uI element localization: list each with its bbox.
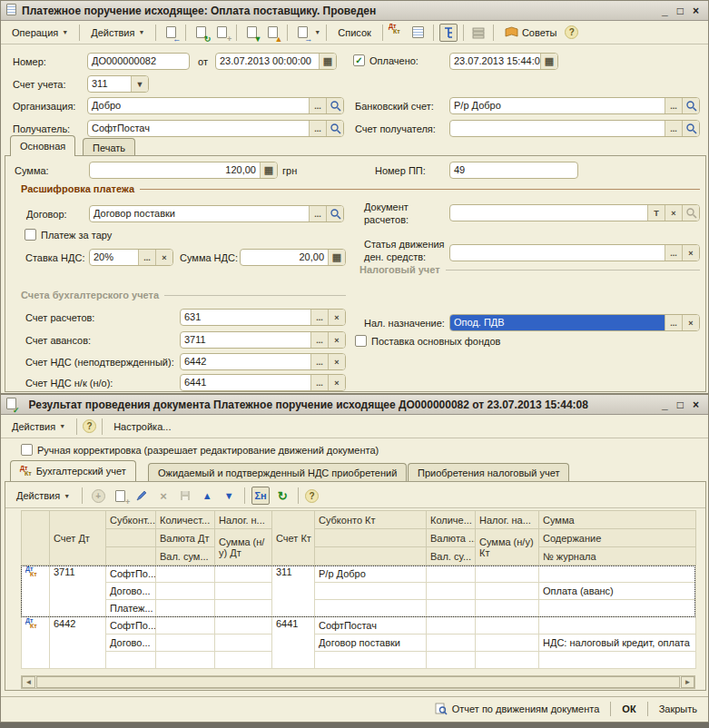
document-in-icon[interactable]: ▼ (242, 24, 261, 42)
help-icon[interactable]: ? (565, 25, 578, 39)
advance-account-input[interactable]: 3711 ... × (180, 331, 346, 349)
calendar-icon[interactable]: ▦ (319, 54, 336, 69)
col-schet-dt[interactable]: Счет Дт (50, 511, 106, 566)
tips-button[interactable]: Советы (499, 25, 562, 40)
cell-subkonto-dt[interactable]: СофтПо... (106, 617, 156, 635)
tab-tax-accounting[interactable]: Приобретения налоговый учет (408, 463, 569, 482)
move-up-icon[interactable]: ▲ (198, 487, 216, 505)
col-content[interactable]: Содержание (539, 529, 696, 547)
search-icon[interactable] (682, 205, 699, 221)
cash-flow-item-input[interactable]: ... × (449, 244, 700, 261)
calendar-icon[interactable]: ▦ (540, 54, 557, 69)
close-icon[interactable]: × (693, 5, 699, 17)
col-currency-dt[interactable]: Валюта Дт (156, 529, 215, 547)
col-tax-dt[interactable]: Налог. н... (215, 511, 272, 529)
col-schet-kt[interactable]: Счет Кт (272, 511, 315, 566)
col-currency-sum-dt[interactable]: Вал. сум... (156, 547, 215, 566)
tab-expected-vat[interactable]: Ожидаемый и подтвержденный НДС приобрете… (148, 463, 407, 482)
cell-subkonto-kt[interactable]: Р/р Добро (315, 566, 427, 583)
choose-button[interactable]: ... (310, 375, 328, 390)
cell-summa[interactable] (539, 566, 696, 583)
columns-icon[interactable] (469, 24, 487, 42)
totals-icon[interactable]: Σн (251, 487, 270, 505)
chevron-down-icon[interactable]: ▼ (131, 76, 148, 92)
cell-schet-kt[interactable]: 311 (272, 566, 315, 617)
structure-icon[interactable] (439, 24, 458, 42)
clear-icon[interactable]: × (328, 332, 345, 348)
choose-button[interactable]: ... (665, 315, 682, 330)
col-subkonto-kt[interactable]: Субконто Кт (315, 511, 427, 529)
col-tax-sum-kt[interactable]: Сумма (н/у) Кт (476, 529, 539, 566)
tab-accounting[interactable]: ДтКт Бухгалтерский учет (10, 460, 136, 481)
cell-subkonto-kt[interactable]: СофтПостач (315, 617, 427, 635)
number-input[interactable]: ДО000000082 (87, 53, 190, 70)
choose-button[interactable]: ... (310, 310, 328, 325)
search-icon[interactable] (682, 121, 699, 136)
posting-row[interactable]: ДтКт 3711 СофтПо... 311 Р/р Добро Догово… (22, 566, 696, 617)
cell-content[interactable]: НДС: налоговый кредит, оплата (539, 635, 696, 652)
calculator-icon[interactable]: ▦ (260, 162, 277, 178)
date-input[interactable]: 23.07.2013 00:00:00 ▦ (215, 53, 337, 70)
vat-rate-input[interactable]: 20% ... × (89, 249, 173, 266)
copy-row-icon[interactable]: + (111, 487, 129, 505)
manual-adjustment-checkbox[interactable]: Ручная корректировка (разрешает редактир… (21, 444, 379, 456)
clear-icon[interactable]: × (328, 375, 345, 390)
scroll-left-icon[interactable]: ◄ (22, 676, 35, 688)
col-journal[interactable]: № журнала (539, 547, 696, 566)
recipient-account-input[interactable]: ... (449, 120, 700, 137)
save-row-icon[interactable] (176, 487, 194, 505)
close-icon[interactable]: × (693, 398, 699, 411)
report-button[interactable]: Отчет по движениям документа (431, 701, 604, 717)
cell-summa[interactable] (539, 617, 696, 635)
calculator-icon[interactable]: ▦ (328, 250, 345, 265)
tare-payment-checkbox[interactable]: Платеж за тару (25, 229, 112, 241)
search-icon[interactable] (326, 121, 343, 136)
scrollbar-thumb[interactable] (36, 676, 680, 688)
choose-button[interactable]: ... (310, 332, 328, 348)
cell-content[interactable]: Оплата (аванс) (539, 583, 696, 600)
recipient-input[interactable]: СофтПостач ... (87, 120, 344, 137)
actions-menu[interactable]: Действия▼ (11, 488, 75, 503)
col-currency-sum-kt[interactable]: Вал. су... (427, 547, 476, 566)
choose-button[interactable]: ... (138, 250, 155, 265)
add-row-icon[interactable]: + (89, 487, 107, 505)
minimize-button[interactable]: _ (662, 5, 668, 17)
cell-schet-dt[interactable]: 3711 (50, 566, 106, 617)
post-document-icon[interactable]: ↻ (192, 24, 210, 42)
operation-menu[interactable]: Операция▼ (6, 25, 74, 40)
maximize-button[interactable]: □ (677, 5, 684, 17)
organization-input[interactable]: Добро ... (87, 97, 344, 114)
choose-button[interactable]: ... (309, 121, 326, 136)
col-summa[interactable]: Сумма (539, 511, 696, 529)
search-icon[interactable] (326, 98, 343, 113)
clear-icon[interactable]: × (682, 245, 699, 261)
sum-input[interactable]: 120,00 ▦ (89, 162, 278, 179)
chevron-down-icon[interactable]: ▼ (314, 29, 320, 35)
move-down-icon[interactable]: ▼ (220, 487, 238, 505)
choose-button[interactable]: ... (665, 245, 682, 261)
paid-checkbox[interactable]: ✓ Оплачено: (353, 54, 419, 66)
post-and-close-icon[interactable]: ← (162, 24, 180, 42)
col-quantity-dt[interactable]: Количест... (156, 511, 215, 529)
clear-icon[interactable]: × (682, 315, 699, 330)
choose-button[interactable]: ... (665, 98, 682, 113)
refresh-icon[interactable]: ↻ (273, 487, 291, 505)
settlement-doc-input[interactable]: T × (449, 204, 700, 221)
choose-button[interactable]: ... (665, 121, 682, 136)
col-currency-kt[interactable]: Валюта ... (427, 529, 476, 547)
delete-row-icon[interactable]: × (154, 487, 172, 505)
close-button[interactable]: Закрыть (655, 702, 701, 716)
tab-main[interactable]: Основная (10, 135, 75, 156)
scroll-right-icon[interactable]: ► (681, 676, 694, 688)
ok-button[interactable]: ОК (618, 702, 639, 716)
cell-schet-kt[interactable]: 6441 (272, 617, 315, 669)
paid-date-input[interactable]: 23.07.2013 15:44:08 ▦ (449, 53, 558, 70)
maximize-button[interactable]: □ (677, 398, 684, 411)
help-icon[interactable]: ? (83, 419, 96, 433)
settlement-account-input[interactable]: 631 ... × (180, 309, 346, 326)
postings-table[interactable]: Счет Дт Субконт... Количест... Налог. н.… (21, 510, 696, 669)
settings-button[interactable]: Настройка... (108, 419, 176, 434)
cell-subkonto-dt[interactable]: СофтПо... (106, 566, 156, 583)
edit-row-icon[interactable] (133, 487, 151, 505)
clear-icon[interactable]: × (665, 205, 682, 221)
